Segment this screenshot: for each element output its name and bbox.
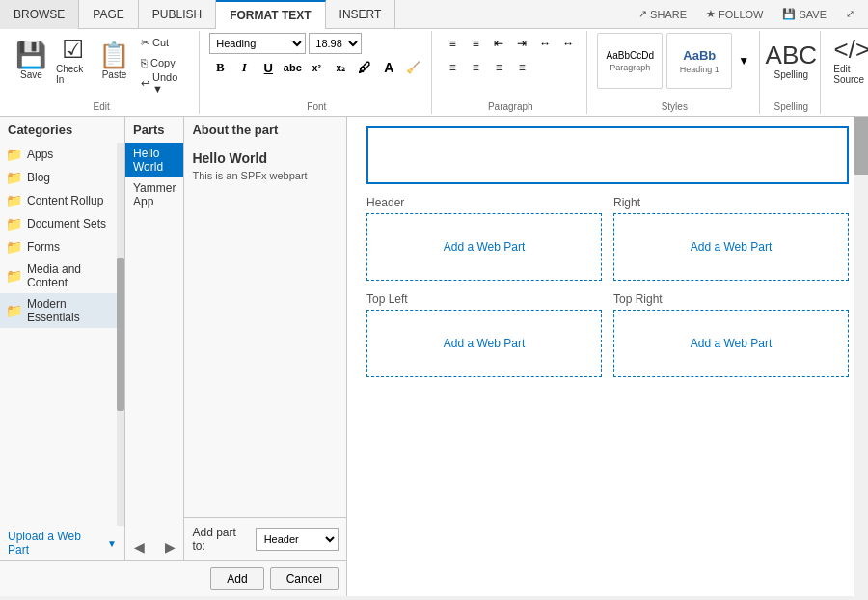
top-left-zone-box[interactable]: Add a Web Part: [366, 310, 602, 377]
categories-list: 📁 Apps 📁 Blog 📁 Content Rollup 📁 Documen…: [0, 143, 124, 526]
paste-icon: 📋: [98, 42, 129, 68]
part-yammer-app[interactable]: Yammer App: [125, 177, 183, 212]
font-size-select[interactable]: 18.98: [309, 33, 362, 54]
header-add-webpart-button[interactable]: Add a Web Part: [444, 240, 526, 254]
about-title: Hello World: [192, 150, 339, 166]
para-row-1: ≡ ≡ ⇤ ⇥ ↔ ↔: [442, 33, 579, 54]
save-ribbon-button[interactable]: 💾 Save: [12, 33, 51, 89]
tab-format-text[interactable]: FORMAT TEXT: [216, 0, 325, 29]
copy-icon: ⎘: [141, 57, 148, 68]
cat-document-sets-label: Document Sets: [27, 217, 106, 231]
right-add-webpart-button[interactable]: Add a Web Part: [691, 240, 773, 254]
rtl-button[interactable]: ↔: [557, 33, 579, 54]
undo-icon: ↩: [141, 77, 149, 90]
cat-blog[interactable]: 📁 Blog: [0, 166, 124, 189]
edit-source-button[interactable]: </> Edit Source: [830, 33, 868, 89]
follow-button[interactable]: ★ FOLLOW: [700, 6, 769, 22]
save-button[interactable]: 💾 SAVE: [776, 6, 832, 22]
parts-prev-button[interactable]: ◀: [129, 537, 149, 557]
categories-scrollbar[interactable]: [117, 143, 124, 526]
style-paragraph-text: AaBbCcDd: [607, 50, 654, 61]
part-hello-world[interactable]: Hello World: [125, 143, 183, 177]
ribbon-group-paragraph: ≡ ≡ ⇤ ⇥ ↔ ↔ ≡ ≡ ≡ ≡ Paragraph: [434, 31, 587, 114]
ribbon-toolbar: 💾 Save ☑ Check In 📋 Paste ✂ Cut: [0, 29, 868, 116]
add-dialog-button[interactable]: Add: [210, 567, 263, 590]
tab-page[interactable]: PAGE: [79, 0, 138, 29]
cat-document-sets[interactable]: 📁 Document Sets: [0, 212, 124, 235]
styles-dropdown-button[interactable]: ▼: [736, 33, 751, 89]
editor-box[interactable]: [366, 126, 849, 184]
upload-webpart[interactable]: Upload a Web Part ▼: [0, 526, 124, 560]
cat-forms[interactable]: 📁 Forms: [0, 235, 124, 259]
spelling-group-label: Spelling: [774, 101, 809, 112]
top-left-add-webpart-button[interactable]: Add a Web Part: [444, 337, 526, 350]
style-heading1-label: Heading 1: [680, 65, 719, 74]
cat-media-content[interactable]: 📁 Media and Content: [0, 259, 124, 293]
right-zone-box[interactable]: Add a Web Part: [613, 213, 849, 281]
paste-button[interactable]: 📋 Paste: [95, 33, 134, 89]
font-group-content: Heading 18.98 B I U abc x² x₂ 🖊 A 🧹: [209, 33, 423, 112]
ltr-button[interactable]: ↔: [534, 33, 556, 54]
page-area[interactable]: Header Add a Web Part Right Add a Web Pa…: [347, 117, 868, 596]
expand-button[interactable]: ⤢: [840, 6, 860, 22]
cut-button[interactable]: ✂ Cut: [136, 33, 191, 52]
font-color-button[interactable]: A: [378, 57, 399, 78]
save-ribbon-label: Save: [20, 69, 42, 80]
parts-next-button[interactable]: ▶: [160, 537, 179, 557]
subscript-button[interactable]: x₂: [330, 57, 351, 78]
tab-right-actions: ↗ SHARE ★ FOLLOW 💾 SAVE ⤢: [633, 6, 868, 22]
folder-icon-forms: 📁: [6, 239, 22, 255]
font-family-select[interactable]: Heading: [209, 33, 306, 54]
edit-group-label: Edit: [94, 101, 110, 112]
cancel-dialog-button[interactable]: Cancel: [270, 567, 339, 590]
justify-button[interactable]: ≡: [511, 57, 532, 78]
share-button[interactable]: ↗ SHARE: [633, 6, 692, 22]
folder-icon-blog: 📁: [6, 170, 22, 185]
undo-label: Undo ▼: [152, 71, 186, 95]
cat-apps[interactable]: 📁 Apps: [0, 143, 124, 166]
outdent-button[interactable]: ⇤: [488, 33, 509, 54]
superscript-button[interactable]: x²: [306, 57, 327, 78]
upload-webpart-label: Upload a Web Part: [8, 530, 103, 557]
page-scrollbar[interactable]: [854, 117, 868, 596]
strikethrough-button[interactable]: abc: [282, 57, 303, 78]
align-center-button[interactable]: ≡: [465, 57, 486, 78]
top-right-zone-label: Top Right: [613, 292, 849, 306]
page-zones: Header Add a Web Part Right Add a Web Pa…: [347, 117, 868, 398]
tab-insert[interactable]: INSERT: [326, 0, 396, 29]
font-group-label: Font: [307, 101, 326, 112]
clear-format-button[interactable]: 🧹: [402, 57, 423, 78]
bullets-button[interactable]: ≡: [442, 33, 463, 54]
underline-button[interactable]: U: [258, 57, 279, 78]
top-left-zone-label: Top Left: [366, 292, 602, 306]
numbering-button[interactable]: ≡: [465, 33, 486, 54]
zone-col-top-left: Top Left Add a Web Part: [366, 292, 602, 377]
undo-button[interactable]: ↩ Undo ▼: [136, 73, 191, 93]
tab-browse[interactable]: BROWSE: [0, 0, 79, 29]
style-heading1[interactable]: AaBb Heading 1: [666, 33, 732, 89]
align-left-button[interactable]: ≡: [442, 57, 463, 78]
folder-icon-apps: 📁: [6, 147, 22, 162]
cat-content-rollup[interactable]: 📁 Content Rollup: [0, 189, 124, 212]
cat-modern-essentials[interactable]: 📁 Modern Essentials: [0, 293, 124, 328]
spelling-button[interactable]: ABC Spelling: [770, 33, 812, 89]
folder-icon-content-rollup: 📁: [6, 193, 22, 208]
add-part-select[interactable]: Header Right Top Left Top Right: [256, 528, 339, 551]
folder-icon-media: 📁: [6, 268, 22, 284]
top-right-zone-box[interactable]: Add a Web Part: [613, 310, 849, 377]
indent-button[interactable]: ⇥: [511, 33, 532, 54]
align-right-button[interactable]: ≡: [488, 57, 509, 78]
para-group-content: ≡ ≡ ⇤ ⇥ ↔ ↔ ≡ ≡ ≡ ≡: [442, 33, 579, 112]
top-right-add-webpart-button[interactable]: Add a Web Part: [691, 337, 773, 350]
header-zone-box[interactable]: Add a Web Part: [366, 213, 602, 281]
tab-publish[interactable]: PUBLISH: [139, 0, 216, 29]
checkin-button[interactable]: ☑ Check In: [53, 33, 93, 89]
bold-button[interactable]: B: [209, 57, 231, 78]
highlight-button[interactable]: 🖊: [354, 57, 375, 78]
style-paragraph[interactable]: AaBbCcDd Paragraph: [597, 33, 663, 89]
italic-button[interactable]: I: [233, 57, 255, 78]
cat-blog-label: Blog: [27, 171, 50, 184]
panel-sections: Categories 📁 Apps 📁 Blog 📁 Content Rollu…: [0, 117, 346, 560]
share-label: SHARE: [650, 9, 687, 20]
copy-button[interactable]: ⎘ Copy: [136, 53, 191, 72]
